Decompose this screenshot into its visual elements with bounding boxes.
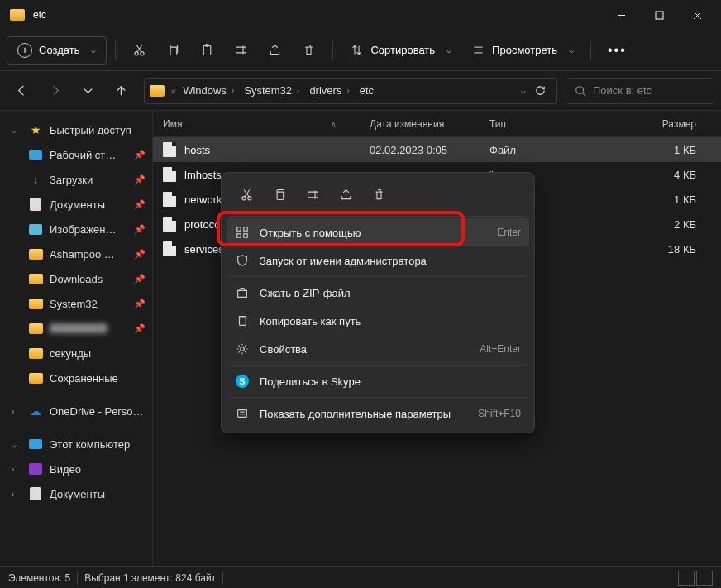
svg-rect-25 — [237, 227, 241, 231]
chevron-down-icon: ⌵ — [569, 45, 574, 55]
ctx-copy-button[interactable] — [265, 181, 294, 208]
file-icon — [163, 192, 176, 207]
maximize-button[interactable] — [640, 0, 678, 30]
column-headers: Имя∧ Дата изменения Тип Размер — [153, 111, 721, 137]
sidebar-quick-access[interactable]: ⌵★Быстрый доступ — [0, 117, 152, 142]
svg-rect-8 — [171, 47, 178, 55]
rename-button[interactable] — [226, 36, 256, 65]
document-icon — [30, 487, 41, 500]
new-button[interactable]: + Создать ⌵ — [7, 36, 107, 65]
nav-row: « Windows› System32› drivers› etc ⌵ Поис… — [0, 71, 721, 111]
crumb-windows[interactable]: Windows› — [179, 83, 237, 98]
column-size[interactable]: Размер — [580, 118, 721, 130]
sidebar-item-documents[interactable]: Документы📌 — [0, 192, 152, 217]
back-button[interactable] — [7, 76, 36, 106]
crumb-etc[interactable]: etc — [356, 83, 377, 98]
sidebar-item-video[interactable]: ›Видео — [0, 457, 152, 481]
ctx-properties[interactable]: Свойства Alt+Enter — [227, 335, 529, 363]
column-name[interactable]: Имя∧ — [163, 118, 370, 130]
properties-icon — [235, 342, 250, 356]
svg-rect-23 — [308, 192, 318, 198]
separator — [230, 365, 526, 366]
sidebar-item-documents2[interactable]: ›Документы — [0, 481, 152, 506]
svg-point-30 — [241, 347, 244, 351]
delete-button[interactable] — [294, 36, 324, 65]
download-icon: ↓ — [28, 173, 43, 186]
ctx-delete-button[interactable] — [364, 181, 394, 208]
sidebar-item-pictures[interactable]: Изображен…📌 — [0, 217, 152, 241]
svg-point-5 — [141, 52, 144, 55]
ctx-cut-button[interactable] — [232, 181, 261, 208]
share-button[interactable] — [260, 36, 290, 65]
close-button[interactable] — [678, 0, 716, 30]
context-menu: Открыть с помощью Enter Запуск от имени … — [221, 172, 535, 433]
svg-line-20 — [244, 189, 249, 197]
sidebar-item-saved[interactable]: Сохраненные — [0, 366, 152, 390]
sidebar-item-downloads[interactable]: ↓Загрузки📌 — [0, 167, 152, 192]
sidebar-onedrive[interactable]: ›☁OneDrive - Perso… — [0, 399, 152, 423]
status-selected: Выбран 1 элемент: 824 байт — [84, 572, 216, 584]
ctx-open-with[interactable]: Открыть с помощью Enter — [227, 218, 529, 246]
refresh-icon[interactable] — [534, 84, 547, 97]
folder-icon — [29, 249, 43, 260]
view-icon — [471, 43, 485, 57]
address-bar[interactable]: « Windows› System32› drivers› etc ⌵ — [144, 78, 557, 104]
file-icon — [163, 241, 176, 256]
minimize-button[interactable] — [602, 0, 640, 30]
file-row[interactable]: hosts 02.02.2023 0:05 Файл 1 КБ — [153, 137, 721, 162]
ctx-skype[interactable]: S Поделиться в Skype — [227, 367, 529, 395]
ctx-rename-button[interactable] — [298, 181, 327, 208]
svg-line-21 — [244, 189, 249, 197]
sort-label: Сортировать — [370, 44, 435, 56]
sort-button[interactable]: Сортировать ⌵ — [341, 36, 460, 65]
ctx-copy-path[interactable]: Копировать как путь — [227, 307, 529, 335]
video-icon — [29, 463, 42, 475]
sidebar-item-system32[interactable]: System32📌 — [0, 291, 152, 316]
view-button[interactable]: Просмотреть ⌵ — [463, 36, 582, 65]
open-with-icon — [235, 225, 250, 240]
up-button[interactable] — [106, 76, 136, 106]
column-type[interactable]: Тип — [489, 118, 580, 130]
more-button[interactable]: ••• — [599, 36, 635, 65]
svg-rect-1 — [656, 12, 663, 19]
view-details-button[interactable] — [678, 571, 695, 586]
sidebar-this-pc[interactable]: ⌵Этот компьютер — [0, 432, 152, 457]
view-label: Просмотреть — [492, 44, 557, 56]
folder-icon — [10, 9, 25, 21]
paste-button[interactable] — [192, 36, 222, 65]
view-large-button[interactable] — [696, 571, 713, 586]
skype-icon: S — [235, 374, 250, 389]
forward-button[interactable] — [40, 76, 69, 106]
sidebar-item-downloads2[interactable]: Downloads📌 — [0, 266, 152, 291]
folder-icon — [29, 348, 43, 359]
more-icon — [235, 406, 250, 421]
sidebar-item-blurred[interactable]: 📌 — [0, 316, 152, 341]
chevron-down-icon[interactable]: ⌵ — [521, 86, 526, 95]
separator — [590, 41, 591, 60]
svg-rect-26 — [244, 227, 247, 231]
search-input[interactable]: Поиск в: etc — [566, 78, 714, 104]
cut-button[interactable] — [124, 36, 155, 65]
pin-icon: 📌 — [134, 323, 146, 334]
toolbar: + Создать ⌵ Сортировать ⌵ Просмотреть ⌵ … — [0, 30, 721, 71]
separator — [230, 276, 526, 277]
folder-icon — [29, 323, 43, 334]
crumb-system32[interactable]: System32› — [241, 83, 303, 98]
window-title: etc — [33, 9, 46, 21]
column-date[interactable]: Дата изменения — [370, 118, 489, 130]
svg-rect-27 — [237, 234, 241, 237]
recent-button[interactable] — [73, 76, 103, 106]
ctx-run-admin[interactable]: Запуск от имени администратора — [227, 246, 529, 275]
sidebar-item-seconds[interactable]: секунды — [0, 341, 152, 366]
overflow-chevron[interactable]: « — [171, 86, 176, 96]
sidebar-item-ashampoo[interactable]: Ashampoo …📌 — [0, 241, 152, 266]
copy-button[interactable] — [158, 36, 189, 65]
svg-line-7 — [137, 45, 142, 53]
pc-icon — [29, 439, 42, 449]
crumb-drivers[interactable]: drivers› — [306, 83, 352, 98]
sidebar-item-desktop[interactable]: Рабочий ст…📌 — [0, 142, 152, 167]
search-placeholder: Поиск в: etc — [593, 84, 652, 97]
ctx-zip[interactable]: Сжать в ZIP-файл — [227, 279, 529, 307]
ctx-more-options[interactable]: Показать дополнительные параметры Shift+… — [227, 399, 529, 428]
ctx-share-button[interactable] — [331, 181, 360, 208]
